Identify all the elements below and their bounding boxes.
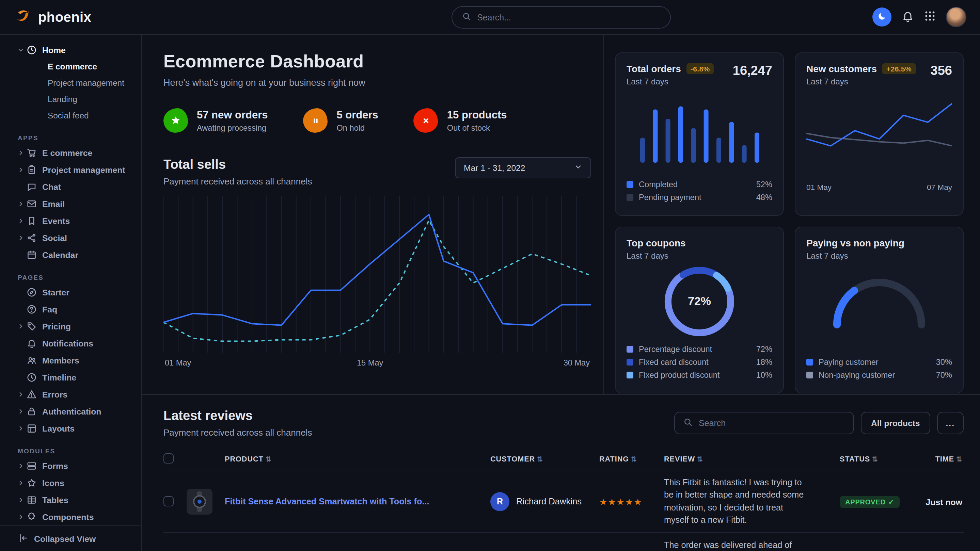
- stat-caption: Out of stock: [447, 123, 507, 132]
- sidebar-item-members[interactable]: Members: [0, 352, 141, 369]
- total-sells-subtitle: Payment received across all channels: [164, 176, 312, 186]
- global-search[interactable]: [451, 6, 670, 29]
- theme-toggle-button[interactable]: [872, 8, 891, 27]
- sidebar-item-email[interactable]: Email: [0, 195, 141, 212]
- more-options-button[interactable]: ...: [937, 412, 964, 434]
- sidebar-item-label: Icons: [42, 478, 64, 488]
- calendar-icon: [27, 250, 37, 260]
- sidebar-item-icons[interactable]: Icons: [0, 475, 141, 491]
- sidebar-item-components[interactable]: Components: [0, 508, 141, 526]
- column-header-status[interactable]: STATUS⇅: [840, 447, 910, 470]
- brand-name: phoenix: [38, 9, 91, 25]
- sidebar-item-chat[interactable]: Chat: [0, 178, 141, 195]
- sidebar-item-authentication[interactable]: Authentication: [0, 403, 141, 420]
- column-header-time[interactable]: TIME⇅: [910, 447, 964, 470]
- date-range-value: Mar 1 - 31, 2022: [464, 163, 525, 173]
- legend-row-fixed-card-discount: Fixed card discount18%: [627, 355, 772, 368]
- caret-right-icon: [18, 497, 27, 503]
- page-subtitle: Here's what's going on at your business …: [164, 78, 591, 88]
- total-sells-chart: [164, 196, 591, 353]
- users-icon: [27, 355, 37, 365]
- new-customers-card: New customers +26.5% Last 7 days 356 01 …: [795, 52, 964, 216]
- collapsed-view-toggle[interactable]: Collapsed View: [0, 526, 141, 551]
- column-header-review[interactable]: REVIEW⇅: [664, 447, 840, 470]
- sidebar-item-tables[interactable]: Tables: [0, 491, 141, 508]
- caret-right-icon: [18, 514, 27, 520]
- caret-right-icon: [18, 426, 27, 432]
- product-thumbnail: [186, 488, 213, 514]
- column-header-customer[interactable]: CUSTOMER⇅: [490, 447, 599, 470]
- stat-caption: Awating processing: [197, 123, 268, 132]
- notifications-button[interactable]: [902, 10, 914, 24]
- legend-row-percentage-discount: Percentage discount72%: [627, 342, 772, 355]
- product-link[interactable]: Fitbit Sense Advanced Smartwatch with To…: [225, 497, 485, 506]
- x-tick: 30 May: [563, 358, 590, 368]
- all-products-button[interactable]: All products: [861, 412, 930, 434]
- legend-row-paying-customer: Paying customer30%: [807, 355, 952, 368]
- legend-swatch: [627, 345, 633, 352]
- review-time: Just now: [926, 497, 962, 507]
- sidebar-item-social[interactable]: Social: [0, 229, 141, 246]
- sidebar-item-calendar[interactable]: Calendar: [0, 246, 141, 264]
- cart-icon: [27, 148, 37, 158]
- card-period: Last 7 days: [807, 77, 916, 86]
- column-header-rating[interactable]: RATING⇅: [599, 447, 664, 470]
- global-search-input[interactable]: [477, 13, 660, 22]
- clock-icon: [27, 45, 37, 55]
- total-orders-value: 16,247: [733, 63, 772, 78]
- sidebar-subitem-social-feed[interactable]: Social feed: [0, 108, 141, 124]
- sidebar-item-timeline[interactable]: Timeline: [0, 369, 141, 386]
- sidebar-item-home[interactable]: Home: [0, 41, 141, 59]
- date-range-select[interactable]: Mar 1 - 31, 2022: [455, 157, 591, 178]
- sidebar-item-label: Components: [42, 512, 94, 522]
- legend-row-pending-payment: Pending payment48%: [627, 191, 772, 203]
- sidebar-item-starter[interactable]: Starter: [0, 284, 141, 301]
- sidebar-item-layouts[interactable]: Layouts: [0, 420, 141, 437]
- select-all-checkbox-cell: [164, 447, 186, 470]
- sidebar-item-notifications[interactable]: Notifications: [0, 335, 141, 352]
- reviews-search[interactable]: [674, 412, 854, 434]
- collapsed-view-label: Collapsed View: [34, 534, 96, 543]
- sidebar-subitem-landing[interactable]: Landing: [0, 91, 141, 108]
- reviews-table-header: PRODUCT⇅CUSTOMER⇅RATING⇅REVIEW⇅STATUS⇅TI…: [164, 447, 964, 470]
- trend-badge: +26.5%: [882, 63, 916, 74]
- sidebar-item-events[interactable]: Events: [0, 212, 141, 229]
- user-avatar[interactable]: [946, 7, 966, 27]
- search-icon: [461, 11, 471, 24]
- topbar-actions: [872, 7, 966, 27]
- sidebar-item-label: Starter: [42, 287, 70, 297]
- phoenix-logo-icon: [14, 6, 32, 27]
- sidebar-item-project-management[interactable]: Project management: [0, 161, 141, 178]
- sidebar-item-e-commerce[interactable]: E commerce: [0, 144, 141, 161]
- sidebar-item-forms[interactable]: Forms: [0, 457, 141, 475]
- row-checkbox[interactable]: [164, 496, 173, 507]
- select-all-checkbox[interactable]: [164, 453, 173, 464]
- sidebar-item-faq[interactable]: Faq: [0, 301, 141, 318]
- reviews-search-input[interactable]: [699, 418, 845, 428]
- sidebar-item-label: Tables: [42, 495, 68, 505]
- sidebar-item-label: Layouts: [42, 424, 75, 433]
- share-icon: [27, 233, 37, 243]
- total-orders-legend: Completed52%Pending payment48%: [627, 178, 772, 205]
- legend-value: 72%: [756, 344, 772, 354]
- stat-caption: On hold: [337, 123, 378, 132]
- sidebar-item-errors[interactable]: Errors: [0, 386, 141, 403]
- sidebar-subitem-e-commerce[interactable]: E commerce: [0, 59, 141, 75]
- table-icon: [27, 495, 37, 505]
- legend-row-completed: Completed52%: [627, 178, 772, 191]
- caret-right-icon: [18, 391, 27, 397]
- apps-grid-button[interactable]: [924, 10, 936, 24]
- stat-out-of-stock: 15 productsOut of stock: [414, 108, 507, 133]
- chat-icon: [27, 182, 37, 192]
- new-customers-line-chart: [807, 93, 952, 173]
- latest-reviews-title: Latest reviews: [164, 408, 312, 423]
- column-header-product[interactable]: PRODUCT⇅: [225, 447, 490, 470]
- sidebar-item-pricing[interactable]: Pricing: [0, 318, 141, 335]
- sidebar-item-label: Social: [42, 233, 67, 243]
- chevron-down-icon: [574, 163, 582, 173]
- brand-logo[interactable]: phoenix: [14, 6, 91, 27]
- sidebar-subitem-project-management[interactable]: Project management: [0, 75, 141, 91]
- sidebar-item-label: Members: [42, 356, 80, 365]
- card-title: New customers: [807, 63, 877, 74]
- alert-icon: [27, 389, 37, 400]
